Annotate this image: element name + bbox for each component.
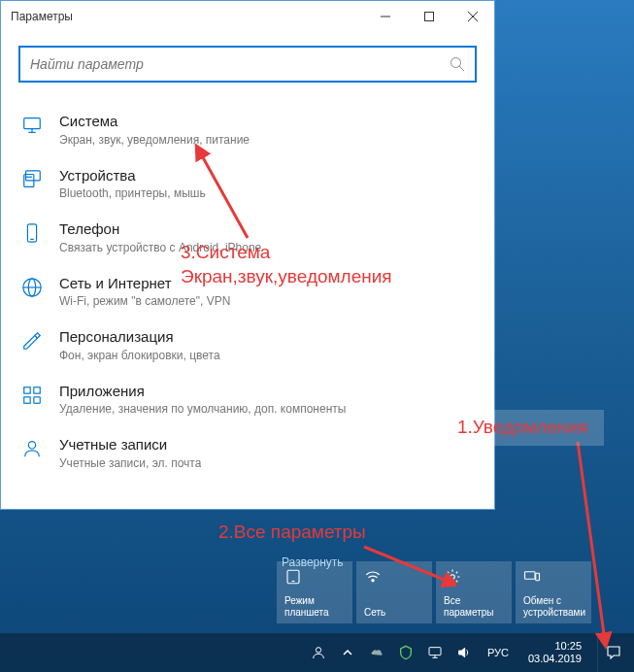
close-icon: [468, 12, 478, 21]
svg-rect-10: [26, 170, 41, 180]
svg-line-27: [578, 442, 605, 641]
svg-rect-19: [34, 386, 40, 392]
item-title: Устройства: [59, 166, 206, 185]
annotation-3-line1: 3.Система: [181, 241, 392, 265]
annotation-1: 1.Уведомления: [442, 410, 604, 446]
tablet-icon: [284, 568, 302, 586]
personalization-icon: [21, 330, 43, 352]
connect-icon: [523, 568, 541, 586]
taskbar: РУС 10:25 03.04.2019: [0, 633, 634, 672]
search-icon: [450, 56, 465, 72]
annotation-3-line2: Экран,звук,уведомления: [181, 265, 392, 289]
titlebar-buttons: [363, 1, 494, 32]
system-icon: [21, 115, 43, 136]
item-desc: Учетные записи, эл. почта: [59, 456, 201, 470]
tray-language[interactable]: РУС: [484, 647, 513, 658]
apps-icon: [21, 385, 43, 406]
item-title: Учетные записи: [59, 435, 201, 454]
search-input[interactable]: [30, 56, 450, 72]
maximize-icon: [424, 12, 434, 21]
search-box[interactable]: [18, 46, 477, 83]
desktop: Параметры СистемаЭкран, звук, уведомлен: [0, 0, 634, 672]
tray-network-icon[interactable]: [425, 633, 445, 672]
minimize-button[interactable]: [363, 1, 407, 32]
maximize-button[interactable]: [407, 1, 450, 32]
titlebar: Параметры: [1, 1, 494, 32]
decoration: [495, 311, 631, 350]
svg-line-28: [364, 547, 451, 583]
item-title: Система: [59, 112, 250, 131]
svg-rect-34: [536, 573, 540, 581]
settings-item-personalization[interactable]: ПерсонализацияФон, экран блокировки, цве…: [11, 318, 484, 372]
item-title: Приложения: [59, 382, 346, 401]
tray-chevron-up-icon[interactable]: [338, 633, 357, 672]
svg-rect-33: [525, 572, 536, 580]
item-title: Персонализация: [59, 327, 220, 347]
ac-tile-tablet[interactable]: Режим планшета: [277, 561, 352, 623]
network-icon: [21, 277, 43, 298]
item-desc: Wi-Fi, режим "в самолете", VPN: [59, 294, 230, 308]
settings-item-accounts[interactable]: Учетные записиУчетные записи, эл. почта: [11, 425, 484, 480]
tray-volume-icon[interactable]: [454, 633, 474, 672]
annotation-2: 2.Все параметры: [218, 521, 366, 545]
svg-line-5: [459, 66, 464, 71]
devices-icon: [21, 169, 43, 190]
accounts-icon: [21, 438, 43, 459]
annotation-3: 3.Система Экран,звук,уведомления: [181, 241, 392, 288]
item-desc: Bluetooth, принтеры, мышь: [59, 186, 206, 200]
svg-rect-20: [24, 396, 30, 402]
tray-security-icon[interactable]: [396, 633, 416, 672]
svg-rect-18: [24, 386, 30, 392]
window-title: Параметры: [11, 10, 363, 23]
tray-onedrive-icon[interactable]: [367, 633, 386, 672]
arrow-3: [189, 141, 267, 248]
svg-rect-1: [424, 13, 433, 21]
tile-label: Все параметры: [444, 595, 504, 618]
tray-people-icon[interactable]: [309, 633, 328, 672]
item-desc: Удаление, значения по умолчанию, доп. ко…: [59, 402, 346, 416]
svg-line-26: [199, 151, 248, 238]
arrow-1: [568, 437, 626, 651]
phone-icon: [21, 222, 43, 244]
close-button[interactable]: [450, 1, 494, 32]
minimize-icon: [381, 12, 390, 21]
tile-label: Сеть: [364, 607, 424, 619]
svg-rect-6: [24, 118, 41, 129]
tray-date: 03.04.2019: [528, 653, 582, 665]
svg-line-17: [35, 336, 38, 339]
settings-item-apps[interactable]: ПриложенияУдаление, значения по умолчани…: [11, 372, 484, 426]
arrow-2: [359, 542, 456, 590]
svg-point-25: [28, 442, 35, 449]
tile-label: Режим планшета: [284, 595, 345, 618]
svg-point-35: [316, 648, 320, 653]
item-desc: Фон, экран блокировки, цвета: [59, 349, 220, 362]
svg-rect-36: [429, 648, 441, 655]
decoration: [507, 233, 623, 272]
